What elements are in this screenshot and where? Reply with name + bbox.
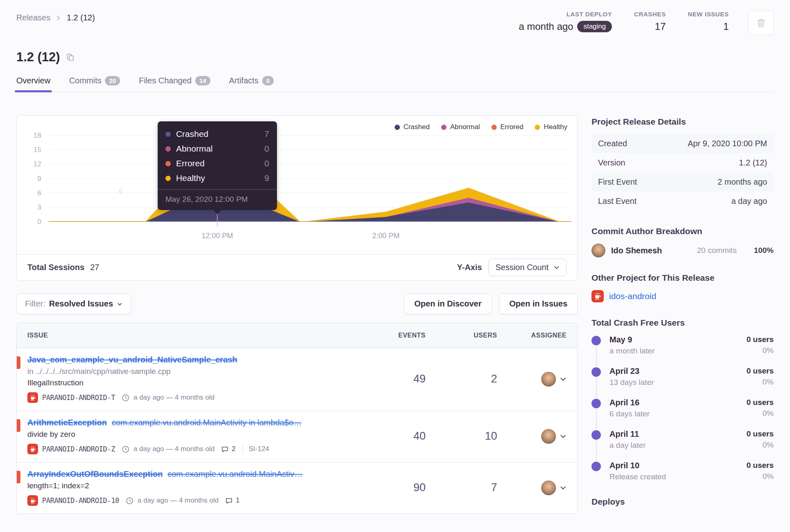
chart-legend: Crashed Abnormal Errored Healthy <box>395 123 567 131</box>
tab[interactable]: Files Changed 14 <box>139 76 210 92</box>
crash-free-users: 0 users <box>746 429 774 438</box>
issue-title-link[interactable]: ArrayIndexOutOfBoundsException <box>27 469 163 479</box>
issue-detail: length=1; index=2 <box>27 481 340 490</box>
comment-icon <box>225 497 233 505</box>
open-in-issues-button[interactable]: Open in Issues <box>499 293 578 314</box>
crash-free-date: May 9 <box>609 335 746 344</box>
detail-value: Apr 9, 2020 10:00 PM <box>687 139 767 148</box>
tab[interactable]: Artifacts 0 <box>229 76 274 92</box>
crash-free-date: April 10 <box>609 461 746 470</box>
breadcrumb-current: 1.2 (12) <box>67 13 95 22</box>
svg-text:6: 6 <box>38 189 41 197</box>
issue-age: a day ago — 4 months old <box>134 393 214 402</box>
delete-release-button[interactable] <box>748 11 774 35</box>
legend-label: Abnormal <box>450 123 480 131</box>
issue-culprit-link[interactable]: com.example.vu.android.MainActivity in l… <box>112 418 301 427</box>
issue-culprit-link[interactable]: com.example.vu.android.MainActiv… <box>167 469 302 479</box>
legend-item[interactable]: Errored <box>491 123 524 131</box>
total-sessions-label: Total Sessions <box>27 263 85 272</box>
assignee-dropdown[interactable] <box>541 372 567 387</box>
stat-new-issues-value: 1 <box>723 21 729 32</box>
project-coffee-icon <box>27 495 38 506</box>
issue-events-count: 40 <box>413 430 426 443</box>
tab[interactable]: Commits 20 <box>69 76 120 92</box>
crash-free-percent: 0% <box>746 378 774 387</box>
tab[interactable]: Overview <box>16 76 50 92</box>
stat-last-deploy-label: LAST DEPLOY <box>519 11 612 18</box>
detail-value: 1.2 (12) <box>739 158 767 168</box>
issue-users-count: 2 <box>491 373 497 385</box>
issue-detail: IllegalInstruction <box>27 378 340 387</box>
tab-count-badge: 20 <box>105 76 120 85</box>
chevron-right-icon <box>55 15 62 21</box>
other-project-section: Other Project for This Release idos-andr… <box>591 273 774 302</box>
release-details-heading: Project Release Details <box>591 117 774 127</box>
legend-label: Healthy <box>544 123 567 131</box>
tooltip-series-value: 7 <box>264 129 269 139</box>
release-detail-row: Version 1.2 (12) <box>591 153 774 172</box>
crash-free-date: April 11 <box>609 429 746 439</box>
assignee-avatar <box>541 481 556 495</box>
open-in-discover-button[interactable]: Open in Discover <box>404 293 492 314</box>
author-commit-count: 20 commits <box>697 246 736 255</box>
legend-label: Crashed <box>404 123 430 131</box>
crash-free-timeline: May 9 a month later 0 users 0% April 23 … <box>591 335 774 481</box>
column-events: EVENTS <box>340 332 426 339</box>
deploys-heading: Deploys <box>591 497 774 507</box>
other-project-row: idos-android <box>591 290 774 302</box>
issue-title-link[interactable]: Java_com_example_vu_android_NativeSample… <box>27 355 237 364</box>
legend-item[interactable]: Healthy <box>535 123 567 131</box>
sessions-chart-card: 0369121518012:00 PM2:00 PM Crashed Abnor… <box>16 115 578 281</box>
crash-free-users: 0 users <box>746 335 774 344</box>
y-axis-selected-value: Session Count <box>495 263 549 272</box>
other-project-link[interactable]: idos-android <box>609 291 656 301</box>
crash-free-percent: 0% <box>746 409 774 418</box>
project-slug: PARANOID-ANDROID-10 <box>42 496 119 505</box>
chevron-down-icon <box>553 264 560 270</box>
crash-free-heading: Total Crash Free Users <box>591 318 774 328</box>
breadcrumb-releases-link[interactable]: Releases <box>16 13 50 22</box>
tooltip-row: Crashed 7 <box>165 127 269 141</box>
issue-comments[interactable]: 2 <box>219 445 235 453</box>
tooltip-series-value: 9 <box>264 173 269 183</box>
issue-comments[interactable]: 1 <box>223 496 239 505</box>
sessions-chart-area: 0369121518012:00 PM2:00 PM Crashed Abnor… <box>17 116 577 254</box>
release-details-section: Project Release Details Created Apr 9, 2… <box>591 117 774 211</box>
issue-location: in ../../../../src/main/cpp/native-sampl… <box>27 367 340 376</box>
svg-text:12: 12 <box>33 160 41 168</box>
legend-dot-icon <box>491 125 497 130</box>
issue-title-link[interactable]: ArithmeticException <box>27 418 107 427</box>
assignee-dropdown[interactable] <box>541 429 567 444</box>
crash-free-date: April 23 <box>609 367 746 376</box>
tooltip-series-value: 0 <box>264 159 269 168</box>
column-assignee: ASSIGNEE <box>497 332 567 339</box>
crash-free-note: a month later <box>609 346 746 355</box>
issue-age: a day ago — 4 months old <box>138 496 219 505</box>
sessions-chart[interactable]: 0369121518012:00 PM2:00 PM <box>17 116 577 254</box>
detail-label: First Event <box>598 177 637 187</box>
crash-free-users: 0 users <box>746 461 774 470</box>
copy-icon <box>66 53 75 62</box>
column-issue: ISSUE <box>27 332 340 339</box>
release-detail-row: Last Event a day ago <box>591 192 774 211</box>
crash-free-users: 0 users <box>746 367 774 376</box>
comment-icon <box>221 445 229 453</box>
filter-dropdown[interactable]: Filter: Resolved Issues <box>16 293 131 314</box>
release-overview-page: Releases 1.2 (12) LAST DEPLOY a month ag… <box>0 0 790 514</box>
assignee-dropdown[interactable] <box>541 481 567 495</box>
chevron-down-icon <box>560 376 567 382</box>
assignee-avatar <box>541 372 556 387</box>
crash-free-item: April 11 a day later 0 users 0% <box>591 429 774 450</box>
legend-item[interactable]: Abnormal <box>441 123 480 131</box>
tooltip-row: Errored 0 <box>165 156 269 171</box>
issue-detail: divide by zero <box>27 430 340 439</box>
legend-item[interactable]: Crashed <box>395 123 430 131</box>
y-axis-select[interactable]: Session Count <box>489 259 567 276</box>
clock-icon <box>122 394 129 402</box>
tab-label: Artifacts <box>229 76 259 85</box>
tooltip-series-label: Abnormal <box>176 144 259 154</box>
svg-text:18: 18 <box>33 132 41 139</box>
svg-text:15: 15 <box>33 146 41 154</box>
copy-version-button[interactable] <box>66 53 75 62</box>
crash-free-percent: 0% <box>746 346 774 355</box>
